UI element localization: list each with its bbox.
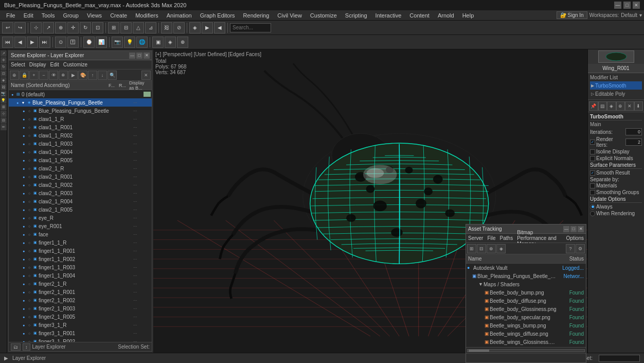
menu-rendering[interactable]: Rendering	[239, 11, 274, 20]
tb-unlink[interactable]: ⊘	[173, 22, 185, 33]
rp-list-btn[interactable]: ▤	[598, 101, 607, 111]
menu-interactive[interactable]: Interactive	[371, 11, 406, 20]
tb2-anim[interactable]: ⊙	[55, 37, 66, 48]
rp-ts-render-check[interactable]: ✓	[590, 140, 595, 145]
maximize-button[interactable]: □	[623, 2, 631, 9]
lp-light[interactable]: 💡	[1, 97, 7, 103]
lp-cam[interactable]: 📷	[1, 91, 7, 97]
menu-arnold[interactable]: Arnold	[434, 11, 458, 20]
ap-min[interactable]: —	[563, 226, 569, 232]
ap-tb-4[interactable]: ◈	[496, 244, 506, 253]
list-item[interactable]: ● ○ ▣ finger2_1_R002 ···	[9, 296, 152, 304]
ap-row-tex4[interactable]: ▣ Beetle_body_specular.png Found	[466, 313, 586, 321]
se-close[interactable]: ✕	[144, 53, 150, 59]
tb2-light[interactable]: 💡	[124, 37, 135, 48]
ap-max[interactable]: □	[570, 226, 577, 232]
menu-help[interactable]: Help	[458, 11, 478, 20]
se-tb-down[interactable]: ↓	[98, 71, 107, 80]
menu-scripting[interactable]: Scripting	[341, 11, 371, 20]
menu-create[interactable]: Create	[106, 11, 131, 20]
menu-content[interactable]: Content	[405, 11, 434, 20]
search-field[interactable]	[230, 23, 271, 32]
list-item[interactable]: ● ○ ▣ finger1_1_R001 ···	[9, 247, 152, 255]
lp-obj[interactable]: ◈	[1, 77, 7, 83]
ap-close[interactable]: ✕	[578, 226, 584, 232]
menu-graph-editors[interactable]: Graph Editors	[196, 11, 239, 20]
list-item[interactable]: ● ○ ▣ claw2_1_R002 ···	[9, 181, 152, 189]
ap-row-tex6[interactable]: ▣ Beetle_wings_diffuse.png Found	[466, 330, 586, 338]
tb2-play[interactable]: ⏮	[2, 37, 13, 48]
se-footer-icon[interactable]: 🗂	[11, 343, 21, 351]
list-item[interactable]: ● ○ ▣ finger1_1_R ···	[9, 238, 152, 247]
rp-ts-render-input[interactable]	[625, 139, 642, 146]
list-item[interactable]: ● ○ ▣ finger1_1_R004 ···	[9, 271, 152, 280]
ap-row-tex7[interactable]: ▣ Beetle_wings_Glossiness.png Found	[466, 338, 586, 346]
tb-snap4[interactable]: ⊿	[145, 22, 156, 33]
se-menu-customize[interactable]: Customize	[63, 62, 87, 67]
rp-ts-smoothing-check[interactable]	[590, 190, 595, 195]
list-item[interactable]: ● ○ ▣ finger2_1_R ···	[9, 280, 152, 288]
list-item[interactable]: ● ○ ▣ finger3_1_R ···	[9, 321, 152, 329]
workspaces-chevron[interactable]: ▾	[639, 12, 642, 18]
tb2-render4[interactable]: ◈	[165, 37, 176, 48]
rp-ts-explicit-check[interactable]	[590, 156, 595, 161]
se-menu-select[interactable]: Select	[11, 62, 25, 67]
list-item[interactable]: ● ○ ▣ finger3_1_R002 ···	[9, 337, 152, 342]
list-item[interactable]: ● ○ ▣ claw1_1_R004 ···	[9, 148, 152, 156]
tb-render[interactable]: ▶	[202, 22, 213, 33]
tb2-next[interactable]: ▶	[27, 37, 38, 48]
tb-undo[interactable]: ↩	[2, 22, 13, 33]
tb-material[interactable]: ◈	[189, 22, 201, 33]
list-item[interactable]: ● ○ ▣ claw2_1_R003 ···	[9, 189, 152, 197]
lp-rot[interactable]: ↻	[1, 64, 7, 70]
list-item[interactable]: ● ○ ▣ claw1_1_R001 ···	[9, 123, 152, 131]
ap-menu-options[interactable]: Options	[566, 235, 584, 241]
se-list[interactable]: ● ▤ 0 (default) ● ▼ ◈ Blue_Pleasing_Fung…	[9, 90, 152, 342]
ap-scrollbar-h[interactable]	[466, 347, 586, 353]
ap-row-tex5[interactable]: ▣ Beetle_wings_bump.png Found	[466, 321, 586, 330]
selection-set-input[interactable]	[599, 355, 640, 362]
ap-tb-1[interactable]: ⊞	[467, 244, 476, 253]
tb2-graph[interactable]: 📊	[96, 37, 107, 48]
list-item[interactable]: ● ○ ▣ eye_R001 ···	[9, 222, 152, 230]
list-item[interactable]: ● ○ ▣ claw2_1_R001 ···	[9, 172, 152, 181]
tb-snap3[interactable]: △	[133, 22, 144, 33]
tb-snap[interactable]: ⊞	[108, 22, 119, 33]
se-tb-del[interactable]: −	[39, 71, 48, 80]
se-tb-find[interactable]: 🔍	[108, 71, 117, 80]
tb2-render3[interactable]: ▣	[152, 37, 164, 48]
ap-row-tex1[interactable]: ▣ Beetle_body_bump.png Found	[466, 288, 586, 297]
se-tb-vis[interactable]: 👁	[49, 71, 58, 80]
rp-diamond-btn[interactable]: ◈	[607, 101, 616, 111]
se-tb-render[interactable]: ▶	[68, 71, 78, 80]
se-row-default[interactable]: ● ▤ 0 (default)	[9, 90, 152, 98]
ap-scroll-thumb[interactable]	[469, 350, 489, 352]
se-tb-freeze[interactable]: ❄	[59, 71, 68, 80]
lp-scale[interactable]: ⊡	[1, 71, 7, 77]
ap-tb-help[interactable]: ?	[566, 244, 575, 253]
list-item[interactable]: ● ○ ▣ finger1_1_R003 ···	[9, 263, 152, 271]
ap-tb-3[interactable]: ⊕	[487, 244, 496, 253]
rp-ts-iter-input[interactable]	[625, 128, 642, 135]
close-button[interactable]: ✕	[633, 2, 640, 9]
tb-rotate[interactable]: ↻	[80, 22, 91, 33]
menu-animation[interactable]: Animation	[163, 11, 196, 20]
se-tb-up[interactable]: ↑	[88, 71, 97, 80]
se-tb-x[interactable]: ✕	[141, 71, 151, 80]
se-tb-color[interactable]: 🎨	[78, 71, 87, 80]
tb-redo[interactable]: ↪	[14, 22, 26, 33]
tb-select[interactable]: ⊹	[30, 22, 42, 33]
rp-ts-smooth-check[interactable]: ✓	[590, 170, 595, 176]
se-max[interactable]: □	[136, 53, 142, 59]
ap-row-tex2[interactable]: ▣ Beetle_body_diffuse.png Found	[466, 297, 586, 305]
se-tb-lock[interactable]: 🔒	[20, 71, 29, 80]
menu-customize[interactable]: Customize	[306, 11, 341, 20]
list-item[interactable]: ● ○ ▣ claw1_1_R003 ···	[9, 140, 152, 148]
tb2-time[interactable]: ⌚	[83, 37, 95, 48]
list-item[interactable]: ● ○ ▣ finger2_1_R001 ···	[9, 288, 152, 296]
sign-in-button[interactable]: 🔐 Sign In	[557, 11, 587, 19]
list-item[interactable]: ● ○ ▣ claw2_1_R004 ···	[9, 197, 152, 205]
menu-modifiers[interactable]: Modifiers	[131, 11, 163, 20]
menu-file[interactable]: File	[2, 11, 20, 20]
rp-modifier-editable-poly[interactable]: ▷ Editable Poly	[590, 90, 642, 98]
